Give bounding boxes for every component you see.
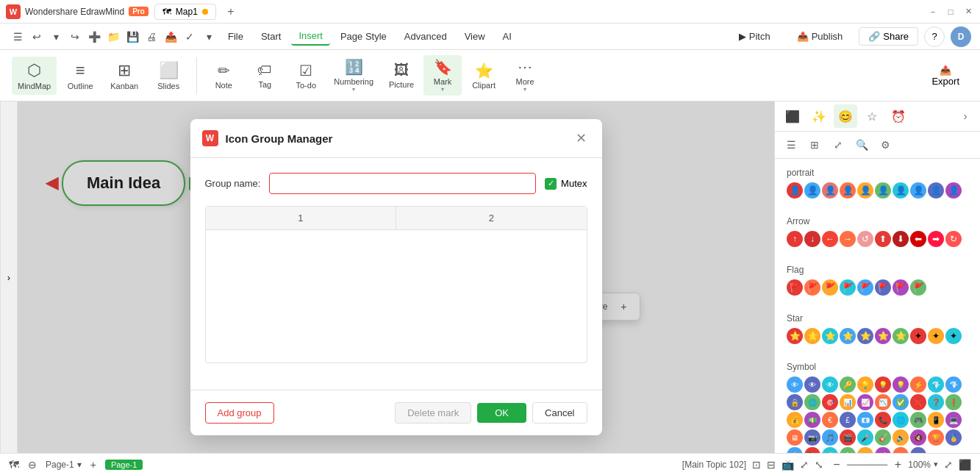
toolbar-export[interactable]: 📤 Export — [923, 62, 968, 90]
menu-page-style[interactable]: Page Style — [333, 28, 394, 45]
flag-icon-2[interactable]: 🚩 — [804, 279, 820, 296]
sidebar-toggle[interactable]: › — [0, 101, 18, 453]
portrait-icon-9[interactable]: 👤 — [928, 182, 944, 199]
flag-icon-3[interactable]: 🚩 — [822, 279, 838, 296]
toolbar-picture[interactable]: 🖼 Picture — [382, 59, 421, 92]
page-selector[interactable]: Page-1 ▾ — [46, 460, 82, 470]
star-icon-10[interactable]: ✦ — [945, 328, 962, 344]
panel-collapse-toggle[interactable]: › — [956, 107, 974, 125]
symbol-icon-1[interactable]: 👁 — [787, 376, 803, 393]
expand-button[interactable]: ⤢ — [828, 135, 848, 155]
flag-icon-8[interactable]: 🚩 — [910, 279, 926, 296]
fullscreen-icon[interactable]: ⤢ — [800, 459, 809, 471]
panel-tab-emoji[interactable]: 😊 — [834, 104, 857, 128]
group-name-input[interactable] — [269, 173, 536, 194]
undo-button[interactable]: ↩ — [28, 28, 46, 46]
symbol-icon-33[interactable]: 🎵 — [822, 429, 838, 446]
toolbar-note[interactable]: ✏ Note — [204, 59, 243, 93]
symbol-icon-36[interactable]: 🎸 — [875, 429, 891, 446]
symbol-icon-44[interactable]: 🕹 — [840, 447, 856, 453]
symbol-icon-42[interactable]: 📞 — [804, 447, 820, 453]
close-button[interactable]: ✕ — [962, 6, 974, 18]
symbol-icon-21[interactable]: 💰 — [787, 412, 803, 428]
add-group-button[interactable]: Add group — [205, 402, 274, 424]
symbol-icon-30[interactable]: 💻 — [945, 412, 962, 428]
symbol-icon-45[interactable]: 📻 — [857, 447, 873, 453]
toolbar-mark[interactable]: 🔖 Mark ▾ — [423, 55, 462, 96]
checkmark-button[interactable]: ✓ — [181, 28, 198, 46]
symbol-icon-4[interactable]: 🔑 — [840, 376, 856, 393]
open-button[interactable]: 📁 — [104, 28, 122, 46]
symbol-icon-43[interactable]: 🌍 — [822, 447, 838, 453]
flag-icon-6[interactable]: 🚩 — [875, 279, 891, 296]
symbol-icon-16[interactable]: 📉 — [875, 394, 891, 410]
split-view-icon[interactable]: ⊟ — [767, 459, 776, 471]
add-tab-button[interactable]: + — [222, 3, 240, 21]
symbol-icon-29[interactable]: 📱 — [928, 412, 944, 428]
arrow-icon-1[interactable]: ↑ — [787, 231, 803, 247]
portrait-icon-8[interactable]: 👤 — [910, 182, 926, 199]
settings-panel-button[interactable]: ⚙ — [875, 135, 895, 155]
search-panel-button[interactable]: 🔍 — [851, 135, 872, 155]
maximize-button[interactable]: □ — [945, 6, 956, 18]
redo-button[interactable]: ↪ — [66, 28, 84, 46]
symbol-icon-20[interactable]: ❗ — [945, 394, 962, 410]
symbol-icon-37[interactable]: 🔊 — [893, 429, 909, 446]
toolbar-outline[interactable]: ≡ Outline — [60, 57, 101, 95]
star-icon-8[interactable]: ✦ — [910, 328, 926, 344]
symbol-icon-47[interactable]: 🖨 — [893, 447, 909, 453]
zoom-dropdown-icon[interactable]: ▾ — [934, 460, 938, 469]
symbol-icon-7[interactable]: 💡 — [893, 376, 909, 393]
panel-tab-clock[interactable]: ⏰ — [887, 104, 910, 128]
portrait-icon-2[interactable]: 👤 — [804, 182, 820, 199]
symbol-icon-19[interactable]: ❓ — [928, 394, 944, 410]
toolbar-numbering[interactable]: 🔢 Numbering ▾ — [328, 55, 379, 96]
arrow-icon-10[interactable]: ↻ — [945, 231, 962, 247]
undo-dropdown[interactable]: ▾ — [47, 28, 65, 46]
pitch-button[interactable]: ▶ Pitch — [729, 27, 781, 46]
symbol-icon-34[interactable]: 🎬 — [840, 429, 856, 446]
share-button[interactable]: 🔗 Share — [859, 27, 918, 46]
symbol-icon-27[interactable]: 🌐 — [893, 412, 909, 428]
symbol-icon-31[interactable]: 🖥 — [787, 429, 803, 446]
symbol-icon-40[interactable]: 🥇 — [945, 429, 962, 446]
star-icon-9[interactable]: ✦ — [928, 328, 944, 344]
menu-ai[interactable]: AI — [496, 28, 519, 45]
symbol-icon-24[interactable]: £ — [840, 412, 856, 428]
portrait-icon-7[interactable]: 👤 — [893, 182, 909, 199]
cancel-button[interactable]: Cancel — [532, 402, 587, 424]
star-icon-5[interactable]: ⭐ — [857, 328, 873, 344]
new-button[interactable]: ➕ — [85, 28, 103, 46]
help-button[interactable]: ? — [924, 26, 945, 47]
symbol-icon-3[interactable]: 👁 — [822, 376, 838, 393]
arrow-icon-4[interactable]: → — [840, 231, 856, 247]
portrait-icon-1[interactable]: 👤 — [787, 182, 803, 199]
export-quick-button[interactable]: 📤 — [162, 28, 179, 46]
symbol-icon-39[interactable]: 🏆 — [928, 429, 944, 446]
star-icon-2[interactable]: ⭐ — [804, 328, 820, 344]
canvas[interactable]: ◀ Main Idea ▶ ⋯ More + W Icon Group Mana… — [18, 101, 774, 453]
add-page-icon[interactable]: + — [90, 459, 96, 471]
arrow-icon-5[interactable]: ↺ — [857, 231, 873, 247]
portrait-icon-5[interactable]: 👤 — [857, 182, 873, 199]
shrink-icon[interactable]: ⤡ — [815, 459, 823, 471]
symbol-icon-41[interactable]: 🔔 — [787, 447, 803, 453]
current-page-tag[interactable]: Page-1 — [105, 460, 143, 470]
star-icon-4[interactable]: ⭐ — [840, 328, 856, 344]
dialog-close-button[interactable]: ✕ — [573, 129, 590, 147]
menu-start[interactable]: Start — [254, 28, 288, 45]
star-icon-7[interactable]: ⭐ — [893, 328, 909, 344]
symbol-icon-12[interactable]: 🌐 — [804, 394, 820, 410]
symbol-icon-13[interactable]: 🎯 — [822, 394, 838, 410]
arrow-icon-8[interactable]: ⬅ — [910, 231, 926, 247]
grid-view-button[interactable]: ⊞ — [804, 135, 825, 155]
flag-icon-1[interactable]: 🚩 — [787, 279, 803, 296]
arrow-icon-6[interactable]: ⬆ — [875, 231, 891, 247]
symbol-icon-32[interactable]: 📷 — [804, 429, 820, 446]
portrait-icon-3[interactable]: 👤 — [822, 182, 838, 199]
symbol-icon-14[interactable]: 📊 — [840, 394, 856, 410]
star-icon-6[interactable]: ⭐ — [875, 328, 891, 344]
symbol-icon-22[interactable]: 💵 — [804, 412, 820, 428]
zoom-slider[interactable]: ────── — [847, 459, 887, 470]
zoom-minus-button[interactable]: − — [829, 457, 844, 472]
